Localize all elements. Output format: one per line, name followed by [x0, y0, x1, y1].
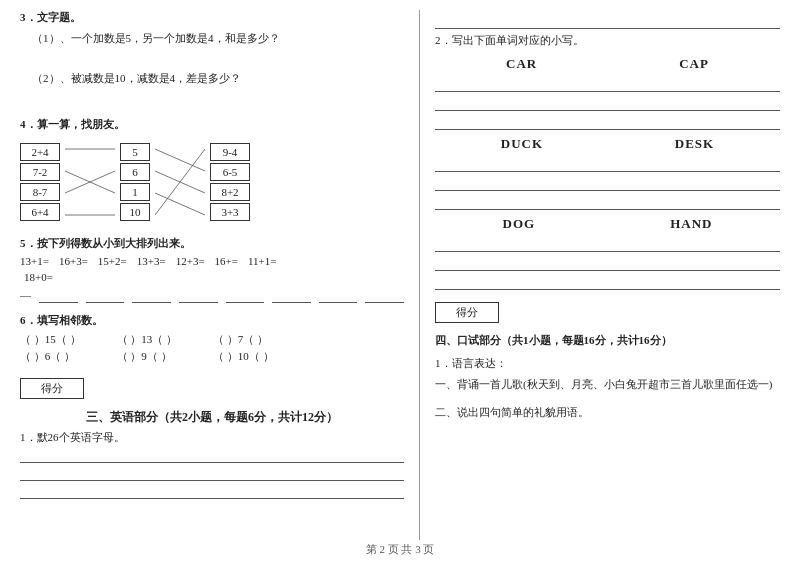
- line-duck-2: [435, 175, 780, 191]
- q3-title: 3．文字题。: [20, 10, 404, 25]
- q5-n5: 12+3=: [176, 255, 205, 267]
- word-duck: DUCK: [501, 136, 543, 152]
- word-pair-1: CAR CAP: [435, 56, 780, 72]
- q5-blank-8: [365, 289, 404, 303]
- q5-n6: 16+=: [215, 255, 238, 267]
- match-right-2: 6-5: [210, 163, 250, 181]
- q3-section: 3．文字题。 （1）、一个加数是5，另一个加数是4，和是多少？ （2）、被减数是…: [20, 10, 404, 109]
- left-column: 3．文字题。 （1）、一个加数是5，另一个加数是4，和是多少？ （2）、被减数是…: [20, 10, 420, 540]
- q5-n7: 11+1=: [248, 255, 277, 267]
- match-right-3: 8+2: [210, 183, 250, 201]
- connector-area: [65, 138, 115, 226]
- q5-section: 5．按下列得数从小到大排列出来。 13+1= 16+3= 15+2= 13+3=…: [20, 236, 404, 303]
- word-desk: DESK: [675, 136, 714, 152]
- q3-2: （2）、被减数是10，减数是4，差是多少？: [20, 69, 404, 109]
- q6-item-3: （ ）7（ ）: [213, 332, 308, 347]
- match-left-1: 2+4: [20, 143, 60, 161]
- match-left-4: 6+4: [20, 203, 60, 221]
- svg-line-6: [155, 193, 205, 215]
- line-dog-1: [435, 236, 780, 252]
- q5-n3: 15+2=: [98, 255, 127, 267]
- line-dog-3: [435, 274, 780, 290]
- word-dog: DOG: [503, 216, 536, 232]
- oral-q1-title: 1．语言表达：: [435, 356, 780, 371]
- match-left-3: 8-7: [20, 183, 60, 201]
- oral-item-1: 一、背诵一首儿歌(秋天到、月亮、小白兔开超市三首儿歌里面任选一): [435, 375, 780, 395]
- line-car-2: [435, 95, 780, 111]
- q6-item-8: [310, 349, 405, 364]
- q4-title: 4．算一算，找朋友。: [20, 117, 404, 132]
- footer-text: 第 2 页 共 3 页: [366, 543, 435, 555]
- q2-title: 2．写出下面单词对应的小写。: [435, 33, 780, 48]
- line-car-1: [435, 76, 780, 92]
- q6-grid: （ ）15（ ） （ ）13（ ） （ ）7（ ） （ ）6（ ） （ ）9（ …: [20, 332, 404, 364]
- q5-blank-3: [132, 289, 171, 303]
- word-pair-3: DOG HAND: [435, 216, 780, 232]
- q4-section: 4．算一算，找朋友。 2+4 7-2 8-7 6+4: [20, 117, 404, 226]
- match-mid-2: 6: [120, 163, 150, 181]
- line-duck-1: [435, 156, 780, 172]
- q5-n4: 13+3=: [137, 255, 166, 267]
- word-cap: CAP: [679, 56, 709, 72]
- connector-area-2: [155, 138, 205, 226]
- match-right-1: 9-4: [210, 143, 250, 161]
- q6-item-2: （ ）13（ ）: [117, 332, 212, 347]
- q5-n2: 16+3=: [59, 255, 88, 267]
- line-dog-2: [435, 255, 780, 271]
- q5-blank-5: [226, 289, 265, 303]
- line-duck-3: [435, 194, 780, 210]
- q5-n8: 18+0=: [24, 271, 53, 283]
- q5-blank-2: [86, 289, 125, 303]
- q6-item-1: （ ）15（ ）: [20, 332, 115, 347]
- word-hand: HAND: [670, 216, 712, 232]
- q6-item-6: （ ）9（ ）: [117, 349, 212, 364]
- q5-last-row: 18+0=: [24, 271, 404, 283]
- english-q1: 1．默26个英语字母。: [20, 430, 404, 499]
- match-mid-group: 5 6 1 10: [120, 143, 150, 221]
- line-car-3: [435, 114, 780, 130]
- score-area-right: 得分: [435, 298, 780, 327]
- score-box-left: 得分: [20, 378, 84, 399]
- english-line-2: [20, 467, 404, 481]
- match-left-group: 2+4 7-2 8-7 6+4: [20, 143, 60, 221]
- score-box-right: 得分: [435, 302, 499, 323]
- q5-blank-1: [39, 289, 78, 303]
- q3-1: （1）、一个加数是5，另一个加数是4，和是多少？: [20, 29, 404, 69]
- right-column: 2．写出下面单词对应的小写。 CAR CAP DUCK DESK DOG HAN…: [420, 10, 780, 540]
- q5-n1: 13+1=: [20, 255, 49, 267]
- match-section: 2+4 7-2 8-7 6+4 5 6: [20, 138, 404, 226]
- match-mid-3: 1: [120, 183, 150, 201]
- top-line: [435, 13, 780, 29]
- q6-item-5: （ ）6（ ）: [20, 349, 115, 364]
- q5-blank-7: [319, 289, 358, 303]
- word-car: CAR: [506, 56, 537, 72]
- match-mid-1: 5: [120, 143, 150, 161]
- svg-line-4: [155, 149, 205, 171]
- english-line-1: [20, 449, 404, 463]
- q6-item-7: （ ）10（ ）: [213, 349, 308, 364]
- oral-label-1: 一、背诵一首儿歌(秋天到、月亮、小白兔开超市三首儿歌里面任选一): [435, 378, 772, 390]
- word-pair-2: DUCK DESK: [435, 136, 780, 152]
- section3-header: 三、英语部分（共2小题，每题6分，共计12分）: [20, 409, 404, 426]
- q5-blank-4: [179, 289, 218, 303]
- q5-ans-prefix: —: [20, 289, 31, 303]
- match-right-4: 3+3: [210, 203, 250, 221]
- match-mid-4: 10: [120, 203, 150, 221]
- q6-title: 6．填写相邻数。: [20, 313, 404, 328]
- match-right-group: 9-4 6-5 8+2 3+3: [210, 143, 250, 221]
- q5-answer-row: —: [20, 289, 404, 303]
- english-q1-title: 1．默26个英语字母。: [20, 430, 404, 445]
- page-footer: 第 2 页 共 3 页: [0, 542, 800, 557]
- match-left-2: 7-2: [20, 163, 60, 181]
- score-area-left: 得分: [20, 374, 404, 403]
- section4-header: 四、口试部分（共1小题，每题16分，共计16分）: [435, 333, 780, 348]
- english-line-3: [20, 485, 404, 499]
- q5-num-row: 13+1= 16+3= 15+2= 13+3= 12+3= 16+= 11+1=: [20, 255, 404, 267]
- oral-section: 1．语言表达： 一、背诵一首儿歌(秋天到、月亮、小白兔开超市三首儿歌里面任选一)…: [435, 356, 780, 423]
- oral-item-2: 二、说出四句简单的礼貌用语。: [435, 403, 780, 423]
- q5-blank-6: [272, 289, 311, 303]
- svg-line-7: [155, 149, 205, 215]
- oral-label-2: 二、说出四句简单的礼貌用语。: [435, 406, 589, 418]
- q6-item-4: [310, 332, 405, 347]
- q5-title: 5．按下列得数从小到大排列出来。: [20, 236, 404, 251]
